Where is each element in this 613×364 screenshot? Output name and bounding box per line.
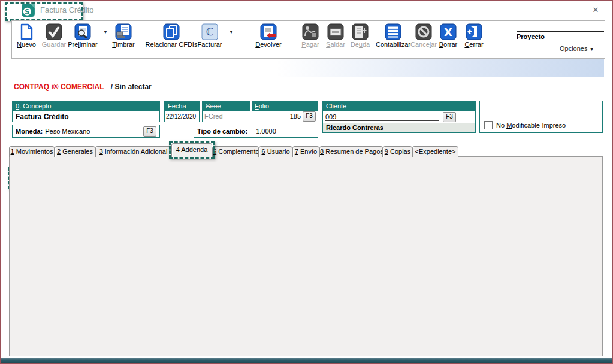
concepto-header: 0. Concepto xyxy=(13,101,159,111)
settle-icon xyxy=(327,23,344,40)
maximize-icon xyxy=(566,7,572,13)
minimize-icon xyxy=(536,9,543,10)
exit-door-icon xyxy=(466,23,482,40)
pagar-button: Pagar xyxy=(297,23,324,56)
maximize-button xyxy=(562,4,575,15)
tab-expediente[interactable]: <Expediente> xyxy=(412,146,458,157)
tab-generales[interactable]: 2 Generales xyxy=(55,146,95,157)
folio-header: Folio xyxy=(252,101,318,111)
svg-text:S: S xyxy=(25,8,30,16)
close-button[interactable]: ✕ xyxy=(589,4,602,15)
toolbar: Nuevo Guardar Preliminar ▼ Timbrar Relac… xyxy=(11,20,605,59)
tab-addenda[interactable]: 4 Addenda xyxy=(171,143,212,157)
debt-icon xyxy=(352,23,369,40)
no-modificable-group: No Modificable-Impreso xyxy=(479,101,603,133)
cerrar-button[interactable]: Cerrar xyxy=(460,23,488,56)
tipo-cambio-row: Tipo de cambio: 1.0000 xyxy=(194,125,318,138)
nuevo-button[interactable]: Nuevo xyxy=(13,23,40,56)
preview-document-icon xyxy=(74,23,91,40)
cliente-code-value[interactable]: 009 xyxy=(325,113,439,121)
project-label: Proyecto xyxy=(517,33,545,40)
guardar-button: Guardar xyxy=(40,23,68,56)
cerrar-label: Cerrar xyxy=(460,41,488,48)
titlebar: S Factura Crédito ✕ xyxy=(1,1,612,19)
concepto-value[interactable]: Factura Crédito xyxy=(13,111,159,122)
pay-icon xyxy=(302,23,319,40)
serie-header: Serie xyxy=(203,101,250,111)
deuda-label: Deuda xyxy=(348,41,373,48)
cancelar-button: Cancelar xyxy=(409,23,439,56)
folio-f3-button[interactable]: F3 xyxy=(303,111,316,122)
timbrar-label: Timbrar xyxy=(109,41,138,48)
devolver-label: Devolver xyxy=(252,41,285,48)
return-document-icon xyxy=(260,23,277,40)
pagar-label: Pagar xyxy=(297,41,324,48)
tab-complemento[interactable]: 5 Complemento xyxy=(212,146,259,157)
fecha-group: Fecha 22/12/2020 xyxy=(164,101,200,122)
nuevo-label: Nuevo xyxy=(13,41,40,48)
options-label: Opciones xyxy=(560,45,587,52)
cliente-name: Ricardo Contreras xyxy=(323,123,475,132)
moneda-label: Moneda: xyxy=(16,128,43,135)
invoice-c-icon: ℂ xyxy=(201,23,218,40)
facturar-dropdown-arrow[interactable]: ▼ xyxy=(229,29,234,35)
breadcrumb: CONTPAQ i® COMERCIAL / Sin afectar xyxy=(14,83,152,91)
no-modificable-label: No Modificable-Impreso xyxy=(496,122,566,129)
status-text: / Sin afectar xyxy=(111,83,152,91)
new-document-icon xyxy=(18,23,35,40)
svg-text:X: X xyxy=(444,26,452,38)
gradient-banner xyxy=(8,59,604,77)
preliminar-button[interactable]: Preliminar xyxy=(65,23,101,56)
no-modificable-checkbox[interactable] xyxy=(484,121,493,129)
cancelar-label: Cancelar xyxy=(409,41,439,48)
folio-value[interactable]: 185 xyxy=(246,113,301,120)
fecha-header: Fecha xyxy=(165,101,199,111)
cliente-header: Cliente xyxy=(323,101,475,111)
chevron-down-icon: ▼ xyxy=(590,47,594,52)
devolver-button[interactable]: Devolver xyxy=(252,23,285,56)
factura-credito-window: S Factura Crédito ✕ Nuevo Guardar Prelim… xyxy=(0,0,613,364)
facturar-button[interactable]: ℂ Facturar xyxy=(194,23,226,56)
project-field[interactable] xyxy=(517,31,604,32)
preliminar-dropdown-arrow[interactable]: ▼ xyxy=(103,29,108,35)
fecha-value[interactable]: 22/12/2020 xyxy=(166,113,196,120)
cancel-icon xyxy=(415,23,432,40)
moneda-value[interactable]: Peso Mexicano xyxy=(45,128,90,135)
related-documents-icon xyxy=(163,23,180,40)
tab-resumen-de-pagos[interactable]: 8 Resumen de Pagos xyxy=(319,146,383,157)
minimize-button[interactable] xyxy=(533,4,546,15)
timbrar-button[interactable]: Timbrar xyxy=(109,23,138,56)
window-title: Factura Crédito xyxy=(40,5,94,14)
facturar-label: Facturar xyxy=(194,41,226,48)
ledger-icon xyxy=(385,23,401,40)
toolbar-separator xyxy=(490,23,490,56)
guardar-label: Guardar xyxy=(40,41,68,48)
cliente-f3-button[interactable]: F3 xyxy=(443,112,456,122)
tab-copias[interactable]: 9 Copias xyxy=(383,146,412,157)
moneda-f3-button[interactable]: F3 xyxy=(143,126,156,136)
cliente-group: Cliente 009 F3 Ricardo Contreras xyxy=(322,101,476,133)
tipo-cambio-value[interactable]: 1.0000 xyxy=(256,128,276,135)
contpaq-s-icon: S xyxy=(21,3,35,17)
delete-x-icon: X xyxy=(440,23,457,40)
stamp-document-icon xyxy=(115,23,132,40)
saldar-button: Saldar xyxy=(322,23,349,56)
tab-envio[interactable]: 7 Envío xyxy=(292,146,319,157)
relacionar-cfdis-button[interactable]: Relacionar CFDIs xyxy=(145,23,198,56)
tab-usuario[interactable]: 6 Usuario xyxy=(259,146,292,157)
tab-movimientos[interactable]: 1 Movimientos xyxy=(9,146,55,157)
borrar-button[interactable]: X Borrar xyxy=(435,23,461,56)
concepto-group: 0. Concepto Factura Crédito xyxy=(12,101,160,122)
saldar-label: Saldar xyxy=(322,41,349,48)
close-icon: ✕ xyxy=(593,5,599,14)
relacionar-cfdis-label: Relacionar CFDIs xyxy=(145,41,198,48)
tab-strip: 1 Movimientos 2 Generales 3 Información … xyxy=(9,145,458,157)
tab-informacion-adicional[interactable]: 3 Información Adicional xyxy=(95,146,171,157)
options-button[interactable]: Opciones ▼ xyxy=(560,45,594,52)
svg-text:ℂ: ℂ xyxy=(206,26,213,38)
borrar-label: Borrar xyxy=(435,41,461,48)
preliminar-label: Preliminar xyxy=(65,41,101,48)
brand-text: CONTPAQ i® COMERCIAL xyxy=(14,83,104,91)
bottom-bar xyxy=(1,358,612,363)
tipo-cambio-label: Tipo de cambio: xyxy=(197,128,247,135)
